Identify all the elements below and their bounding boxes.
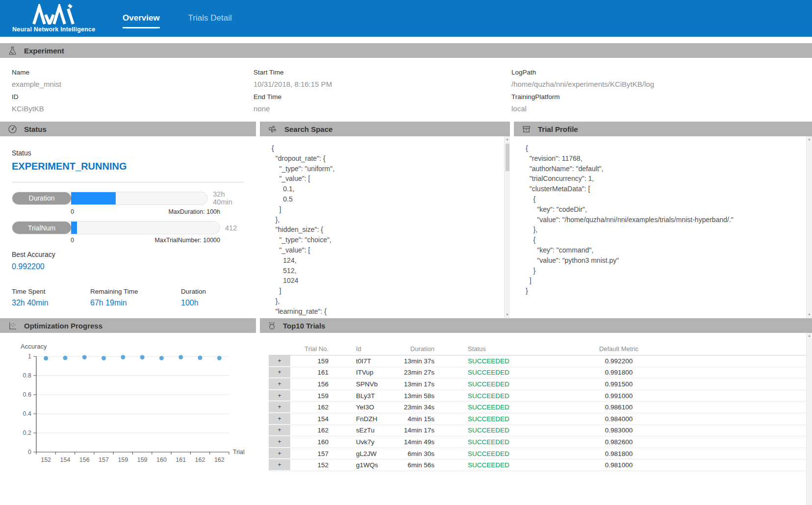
expand-row-button[interactable]: +: [269, 367, 290, 379]
search-space-scrollbar[interactable]: ▲ ▼: [504, 136, 510, 318]
field-value-start-time: 10/31/2018, 8:16:15 PM: [254, 80, 511, 88]
failed-trial-label: Failed Trial: [181, 316, 244, 318]
scatter-point: [44, 356, 48, 360]
svg-text:159: 159: [137, 456, 148, 463]
trialnum-bar-value: 412: [225, 224, 237, 232]
cell-default-metric: 0.991000: [545, 392, 692, 400]
scroll-up-icon[interactable]: ▲: [808, 333, 811, 338]
trialnum-min: 0: [71, 237, 74, 244]
duration-max: MaxDuration: 100h: [168, 208, 220, 215]
col-header-duration: Duration: [390, 345, 437, 353]
svg-text:157: 157: [99, 456, 109, 463]
time-spent-value: 32h 40min: [12, 299, 90, 307]
table-row: +157gL2JW6min 30sSUCCEEDED0.981800: [269, 448, 806, 460]
scatter-point: [178, 355, 183, 359]
cell-trial-no: 162: [290, 427, 331, 434]
svg-text:0: 0: [28, 449, 31, 455]
expand-row-button[interactable]: +: [269, 459, 290, 471]
svg-text:0.2: 0.2: [23, 429, 31, 436]
experiment-details: Name example_mnist ID KCiBytKB Start Tim…: [0, 58, 812, 122]
expand-row-button[interactable]: +: [269, 425, 290, 436]
expand-row-button[interactable]: +: [269, 413, 290, 425]
svg-text:162: 162: [214, 456, 225, 463]
cell-default-metric: 0.982600: [545, 438, 692, 446]
cell-default-metric: 0.983000: [545, 427, 692, 434]
nav-tabs: Overview Trials Detail: [123, 13, 232, 28]
cell-status: SUCCEEDED: [437, 392, 545, 400]
experiment-title: Experiment: [24, 47, 64, 55]
medal-icon: [268, 321, 276, 330]
tab-overview[interactable]: Overview: [123, 13, 160, 28]
svg-text:156: 156: [79, 456, 90, 463]
expand-row-button[interactable]: +: [269, 402, 290, 413]
status-panel-header: Status: [0, 122, 256, 136]
scatter-point: [217, 356, 222, 360]
scatter-point: [121, 355, 125, 359]
table-header-row: Trial No. Id Duration Status Default Met…: [269, 343, 806, 355]
svg-text:162: 162: [195, 456, 205, 463]
cell-trial-no: 157: [290, 450, 331, 457]
accuracy-scatter-chart: Accuracy00.20.40.60.81152154156157159159…: [0, 333, 254, 505]
trial-profile-scrollbar[interactable]: ▲ ▼: [806, 136, 812, 318]
top-navigation-bar: Neural Network Intelligence Overview Tri…: [0, 0, 812, 37]
top10-trials-scrollbar[interactable]: ▲ ▼: [806, 333, 812, 505]
scroll-down-icon[interactable]: ▼: [808, 312, 811, 317]
stopped-trial-label: Stopped Trial: [90, 316, 181, 318]
cell-duration: 14min 17s: [390, 427, 437, 434]
cell-default-metric: 0.992200: [545, 357, 692, 365]
scatter-plot-icon: [8, 321, 17, 330]
flask-icon: [8, 46, 17, 55]
cell-id: g1WQs: [331, 461, 390, 469]
table-row: +154FnDZH4min 15sSUCCEEDED0.984000: [269, 413, 806, 425]
cell-id: FnDZH: [331, 415, 390, 423]
expand-row-button[interactable]: +: [269, 436, 290, 448]
expand-row-button[interactable]: +: [269, 390, 290, 402]
tab-trials-detail[interactable]: Trials Detail: [188, 13, 232, 28]
scatter-point: [198, 355, 203, 360]
cell-trial-no: 161: [290, 369, 331, 376]
duration-bar-scale: 0 MaxDuration: 100h: [12, 208, 220, 215]
trialnum-bar-fill: [71, 222, 77, 234]
svg-text:Trial: Trial: [233, 449, 245, 455]
scroll-down-icon[interactable]: ▼: [506, 312, 509, 317]
duration-stat-label: Duration: [181, 288, 244, 295]
cell-duration: 23min 27s: [390, 369, 437, 376]
duration-bar-value: 32h 40min: [213, 190, 244, 206]
cell-id: BLy3T: [331, 392, 390, 400]
cell-status: SUCCEEDED: [437, 461, 545, 469]
trialnum-bar-label: TrialNum: [12, 222, 71, 234]
duration-progress-bar: Duration: [12, 192, 208, 205]
cell-duration: 13min 37s: [390, 357, 437, 365]
cell-duration: 6min 30s: [390, 450, 437, 457]
top10-trials-table: Trial No. Id Duration Status Default Met…: [260, 333, 806, 505]
cell-default-metric: 0.984000: [545, 415, 692, 423]
field-label-training-platform: TrainingPlatform: [511, 93, 812, 101]
scatter-point: [159, 356, 164, 360]
field-label-end-time: End Time: [254, 93, 511, 101]
divider: [12, 182, 244, 182]
expand-row-button[interactable]: +: [269, 355, 290, 367]
expand-row-button[interactable]: +: [269, 448, 290, 459]
field-label-logpath: LogPath: [511, 69, 812, 76]
scroll-up-icon[interactable]: ▲: [506, 137, 509, 142]
table-row: +162sEzTu14min 17sSUCCEEDED0.983000: [269, 425, 806, 437]
cell-duration: 6min 56s: [390, 461, 437, 469]
scroll-thumb[interactable]: [506, 144, 509, 171]
field-value-id: KCiBytKB: [12, 104, 254, 113]
cell-status: SUCCEEDED: [437, 415, 545, 423]
trial-profile-header: Trial Profile: [514, 122, 812, 136]
field-label-id: ID: [12, 93, 254, 101]
scroll-up-icon[interactable]: ▲: [808, 137, 811, 142]
trialnum-progress-bar: TrialNum: [12, 221, 220, 234]
cell-default-metric: 0.981800: [545, 450, 692, 457]
cell-default-metric: 0.991500: [545, 380, 692, 388]
cell-trial-no: 162: [290, 404, 331, 411]
scatter-point: [82, 355, 87, 359]
svg-text:1: 1: [28, 353, 31, 360]
cell-id: SPNVb: [331, 380, 390, 388]
expand-row-button[interactable]: +: [269, 379, 290, 390]
best-accuracy-label: Best Accuracy: [12, 251, 244, 258]
gauge-icon: [8, 125, 17, 134]
field-value-training-platform: local: [511, 104, 812, 113]
trial-profile-panel: Trial Profile { "revision": 11768, "auth…: [514, 122, 812, 318]
